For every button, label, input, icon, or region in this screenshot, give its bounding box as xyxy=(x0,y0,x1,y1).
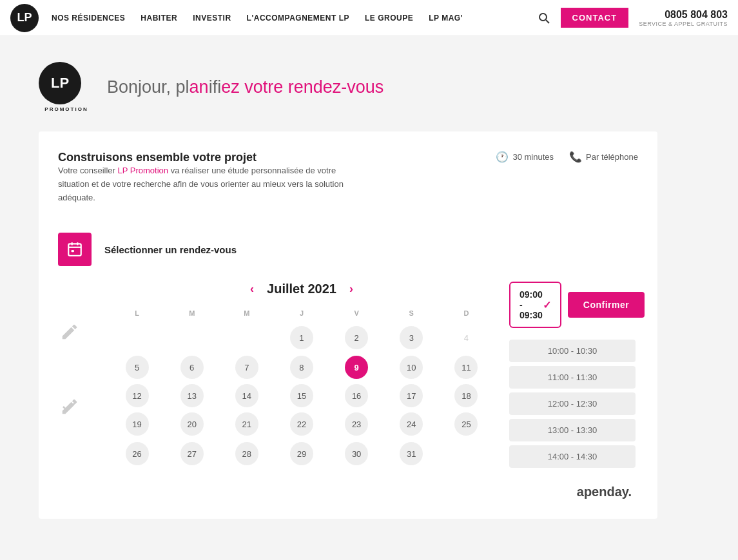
nav-link-investir[interactable]: INVESTIR xyxy=(193,14,231,23)
calendar-day-21[interactable]: 21 xyxy=(235,412,258,436)
calendar-day-15[interactable]: 15 xyxy=(290,384,313,407)
day-header-d: D xyxy=(439,307,494,322)
appointment-card: Construisons ensemble votre projet Votre… xyxy=(39,131,657,519)
check-edit-icon xyxy=(60,397,79,416)
calendar-cell: 25 xyxy=(439,410,494,438)
calendar-day-10[interactable]: 10 xyxy=(400,356,423,379)
prev-month-button[interactable]: ‹ xyxy=(250,282,254,296)
calendar-day-18[interactable]: 18 xyxy=(454,384,478,407)
calendar-cell: 30 xyxy=(329,438,384,469)
calendar-month: Juillet 2021 xyxy=(267,282,336,296)
next-month-button[interactable]: › xyxy=(349,282,353,296)
desc-text1: Votre conseiller xyxy=(58,166,118,175)
calendar-cell: 12 xyxy=(110,381,164,410)
calendar-day-12[interactable]: 12 xyxy=(126,384,149,407)
contact-button[interactable]: CONTACT xyxy=(561,8,629,28)
calendar-day-27[interactable]: 27 xyxy=(180,442,204,465)
calendar-day-8[interactable]: 8 xyxy=(290,356,313,379)
timeslots-section: 09:00 - 09:30 ✓ Confirmer 10:00 - 10:301… xyxy=(509,282,638,472)
nav-link-residences[interactable]: NOS RÉSIDENCES xyxy=(52,14,125,23)
apenday-logo: apenday. xyxy=(577,485,632,499)
calendar-day-1[interactable]: 1 xyxy=(290,326,313,349)
calendar-day-29[interactable]: 29 xyxy=(290,442,313,465)
timeslot-item[interactable]: 13:00 - 13:30 xyxy=(509,419,636,441)
calendar-day-6[interactable]: 6 xyxy=(180,356,204,379)
calendar-section: ‹ Juillet 2021 › L M M J V S D xyxy=(110,282,494,472)
calendar-day-2[interactable]: 2 xyxy=(345,326,368,349)
calendar-day-13[interactable]: 13 xyxy=(180,384,204,407)
calendar-day-23[interactable]: 23 xyxy=(345,412,368,436)
main-content: LP PROMOTION Bonjour, planifiez votre re… xyxy=(0,36,738,560)
calendar-day-26[interactable]: 26 xyxy=(126,442,149,465)
nav-link-groupe[interactable]: LE GROUPE xyxy=(365,14,413,23)
confirm-button[interactable]: Confirmer xyxy=(568,292,645,318)
calendar-cell: 13 xyxy=(164,381,219,410)
calendar-day-20[interactable]: 20 xyxy=(180,412,204,436)
calendar-day-7[interactable]: 7 xyxy=(235,356,258,379)
nav-link-mag[interactable]: LP MAG' xyxy=(429,14,463,23)
calendar-cell: 2 xyxy=(329,322,384,353)
calendar-cell: 3 xyxy=(384,322,439,353)
day-header-m1: M xyxy=(164,307,219,322)
calendar-day-5[interactable]: 5 xyxy=(126,356,149,379)
calendar-cell xyxy=(110,322,164,353)
day-header-l: L xyxy=(110,307,164,322)
calendar-day-11[interactable]: 11 xyxy=(454,356,478,379)
nav-link-habiter[interactable]: HABITER xyxy=(141,14,177,23)
calendar-cell: 4 xyxy=(439,322,494,353)
calendar-day-4[interactable]: 4 xyxy=(454,326,478,349)
calendar-cell: 10 xyxy=(384,353,439,381)
calendar-day-14[interactable]: 14 xyxy=(235,384,258,407)
calendar-row: 567891011 xyxy=(110,353,494,381)
calendar-day-24[interactable]: 24 xyxy=(400,412,423,436)
calendar-body: 1234567891011121314151617181920212223242… xyxy=(110,322,494,469)
calendar-row: 262728293031 xyxy=(110,438,494,469)
calendar-day-3[interactable]: 3 xyxy=(400,326,423,349)
calendar-cell: 14 xyxy=(219,381,274,410)
search-icon xyxy=(538,12,550,24)
calendar-day-16[interactable]: 16 xyxy=(345,384,368,407)
timeslots-list: 10:00 - 10:3011:00 - 11:3012:00 - 12:301… xyxy=(509,340,638,472)
calendar-day-30[interactable]: 30 xyxy=(345,442,368,465)
calendar-day-28[interactable]: 28 xyxy=(235,442,258,465)
greeting-normal: Bonjour, pl xyxy=(107,77,189,97)
greeting-pink2: ez votre rendez-vous xyxy=(221,77,384,97)
calendar-cell: 15 xyxy=(274,381,329,410)
day-header-j: J xyxy=(274,307,329,322)
calendar-day-31[interactable]: 31 xyxy=(400,442,423,465)
svg-rect-2 xyxy=(68,244,81,256)
edit-icon-2 xyxy=(58,395,81,418)
timeslot-item[interactable]: 12:00 - 12:30 xyxy=(509,392,636,415)
calendar-cell: 21 xyxy=(219,410,274,438)
calendar-day-19[interactable]: 19 xyxy=(126,412,149,436)
selected-time-text: 09:00 - 09:30 xyxy=(520,289,543,320)
calendar-cell xyxy=(164,322,219,353)
timeslot-item[interactable]: 14:00 - 14:30 xyxy=(509,445,636,468)
calendar-day-empty xyxy=(235,325,258,348)
lp-logo-text: LP xyxy=(51,75,69,92)
desc-link[interactable]: LP Promotion xyxy=(118,166,169,175)
calendar-day-25[interactable]: 25 xyxy=(454,412,478,436)
calendar-days-header: L M M J V S D xyxy=(110,307,494,322)
search-button[interactable] xyxy=(534,8,554,28)
calendar-day-empty xyxy=(454,441,478,464)
check-icon: ✓ xyxy=(543,299,551,311)
calendar-row: 12131415161718 xyxy=(110,381,494,410)
calendar-cell xyxy=(439,438,494,469)
scheduler: ‹ Juillet 2021 › L M M J V S D xyxy=(58,282,638,472)
selected-timeslot[interactable]: 09:00 - 09:30 ✓ xyxy=(509,282,561,328)
apenday-footer: apenday. xyxy=(58,485,638,499)
timeslot-item[interactable]: 11:00 - 11:30 xyxy=(509,366,636,389)
calendar-day-empty xyxy=(126,325,149,348)
timeslot-item[interactable]: 10:00 - 10:30 xyxy=(509,340,636,362)
card-title: Construisons ensemble votre projet xyxy=(58,151,367,164)
calendar-cell: 16 xyxy=(329,381,384,410)
calendar-day-9[interactable]: 9 xyxy=(345,356,368,379)
calendar-day-22[interactable]: 22 xyxy=(290,412,313,436)
calendar-day-17[interactable]: 17 xyxy=(400,384,423,407)
calendar-cell: 9 xyxy=(329,353,384,381)
nav-link-accompagnement[interactable]: L'ACCOMPAGNEMENT LP xyxy=(247,14,349,23)
calendar-cell: 24 xyxy=(384,410,439,438)
calendar-cell: 29 xyxy=(274,438,329,469)
lp-logo-circle: LP xyxy=(39,62,81,104)
